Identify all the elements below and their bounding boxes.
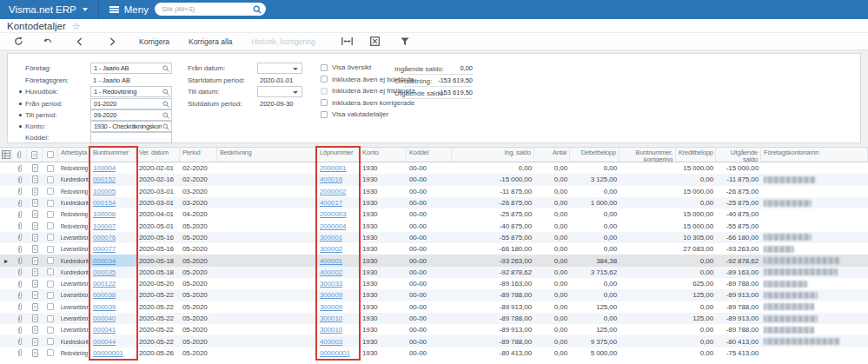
korrigera-button[interactable]: Korrigera — [139, 37, 169, 46]
table-row[interactable]: Kundreskontra0001522020-02-1602-20204000… — [0, 174, 868, 185]
select-all-checkbox[interactable] — [47, 151, 54, 158]
koddel-input[interactable] — [91, 134, 171, 142]
cell-note[interactable] — [27, 347, 43, 359]
export-excel-icon[interactable] — [369, 36, 381, 48]
row-checkbox[interactable] — [47, 281, 54, 288]
row-checkbox[interactable] — [47, 327, 54, 334]
cell-note[interactable] — [27, 186, 43, 197]
lopnummer-link[interactable]: 300009 — [320, 291, 342, 299]
row-checkbox[interactable] — [47, 268, 54, 275]
search-input[interactable] — [162, 5, 253, 13]
row-checkbox[interactable] — [47, 234, 54, 241]
fran-period-input[interactable] — [91, 100, 162, 108]
lookup-icon[interactable] — [162, 123, 169, 130]
table-row[interactable]: Leverantörsr...0001222020-05-2005-202030… — [0, 278, 868, 289]
korrigera-alla-button[interactable]: Korrigera alla — [189, 37, 233, 46]
lopnummer-link[interactable]: 300010 — [320, 326, 342, 334]
col-header-konto[interactable]: Konto — [360, 148, 407, 162]
paperclip-icon[interactable] — [12, 162, 27, 174]
buntnummer-link[interactable]: 00000001 — [93, 349, 123, 357]
buntnummer-link[interactable]: 000044 — [93, 338, 116, 346]
table-row[interactable]: Redovisning1000052020-03-0103-2020200000… — [0, 186, 868, 197]
lopnummer-link[interactable]: 2000003 — [320, 210, 346, 218]
lopnummer-link[interactable]: 300001 — [320, 234, 342, 242]
lopnummer-link[interactable]: 300033 — [320, 280, 342, 288]
row-checkbox[interactable] — [47, 211, 54, 218]
refresh-button[interactable] — [12, 36, 24, 48]
lookup-icon[interactable] — [162, 112, 169, 119]
col-header-koddel[interactable]: Koddel — [407, 148, 452, 162]
lopnummer-link[interactable]: 300009 — [320, 303, 342, 311]
buntnummer-link[interactable]: 000041 — [93, 326, 116, 334]
row-checkbox[interactable] — [47, 292, 54, 299]
buntnummer-link[interactable]: 100006 — [93, 210, 116, 218]
foretag-input[interactable] — [91, 64, 162, 72]
lopnummer-link[interactable]: 2000002 — [320, 188, 346, 195]
fit-width-icon[interactable] — [341, 36, 354, 48]
cell-note[interactable] — [27, 313, 43, 324]
lopnummer-link[interactable]: 300010 — [320, 314, 342, 322]
cell-note[interactable] — [27, 197, 43, 208]
table-row[interactable]: Leverantörsr...0000762020-05-1605-202030… — [0, 232, 868, 243]
table-row[interactable]: Redovisning1000072020-05-0105-2020200000… — [0, 220, 868, 231]
buntnummer-link[interactable]: 000038 — [93, 291, 116, 299]
cell-note[interactable] — [27, 289, 43, 301]
col-header-period[interactable]: Period — [180, 148, 217, 162]
table-row[interactable]: Redovisning000000012020-05-2605-20200000… — [0, 347, 868, 359]
paperclip-icon[interactable] — [12, 232, 27, 243]
buntnummer-link[interactable]: 000154 — [93, 199, 116, 207]
konto-input[interactable] — [91, 122, 162, 130]
buntnummer-link[interactable]: 100007 — [93, 222, 116, 230]
option-checkbox-row[interactable]: Inkludera även korrigerade — [321, 99, 414, 107]
menu-button[interactable]: Meny — [109, 4, 149, 15]
col-header-utg_saldo[interactable]: Utgående saldo — [716, 148, 761, 162]
option-checkbox-row[interactable]: Visa valutadetaljer — [321, 110, 388, 118]
table-row[interactable]: Leverantörsr...0000402020-05-2205-202030… — [0, 313, 868, 324]
lopnummer-link[interactable]: 2000001 — [320, 164, 346, 172]
grid-settings-icon[interactable] — [0, 148, 12, 162]
lopnummer-link[interactable]: 300002 — [320, 245, 342, 253]
col-header-debetbelopp[interactable]: Debetbelopp — [570, 148, 620, 162]
lopnummer-link[interactable]: 400002 — [320, 268, 342, 276]
previous-record-button[interactable] — [73, 36, 85, 48]
fran-datum-select[interactable] — [257, 63, 302, 74]
table-row[interactable]: ▸Kundreskontra0000342020-05-1805-2020400… — [0, 255, 868, 266]
buntnummer-link[interactable]: 000122 — [93, 280, 116, 288]
buntnummer-link[interactable]: 000034 — [93, 257, 116, 265]
cell-note[interactable] — [27, 278, 43, 289]
paperclip-icon[interactable] — [12, 301, 27, 313]
buntnummer-link[interactable]: 000152 — [93, 175, 116, 183]
paperclip-icon[interactable] — [12, 186, 27, 197]
col-header-check[interactable] — [43, 148, 58, 162]
lopnummer-link[interactable]: 400017 — [320, 199, 342, 207]
col-header-beskrivning[interactable]: Beskrivning — [217, 148, 317, 162]
paperclip-icon[interactable] — [12, 289, 27, 301]
row-checkbox[interactable] — [47, 257, 54, 264]
row-checkbox[interactable] — [47, 188, 54, 195]
cell-note[interactable] — [27, 162, 43, 174]
paperclip-icon[interactable] — [12, 267, 27, 278]
lopnummer-link[interactable]: 00000001 — [320, 349, 350, 357]
paperclip-icon[interactable] — [12, 255, 27, 266]
table-row[interactable]: Leverantörsr...0000412020-05-2205-202030… — [0, 324, 868, 335]
buntnummer-link[interactable]: 000077 — [93, 245, 116, 253]
cell-note[interactable] — [27, 267, 43, 278]
cell-note[interactable] — [27, 243, 43, 255]
table-row[interactable]: Kundreskontra0000352020-05-1805-20204000… — [0, 267, 868, 278]
undo-button[interactable] — [42, 36, 54, 48]
lopnummer-link[interactable]: 2000004 — [320, 222, 346, 230]
row-checkbox[interactable] — [47, 338, 54, 345]
buntnummer-link[interactable]: 000039 — [93, 303, 116, 311]
cell-note[interactable] — [27, 232, 43, 243]
col-header-kreditbelopp[interactable]: Kreditbelopp — [676, 148, 716, 162]
col-header-lopnummer[interactable]: Löpnummer — [317, 148, 360, 162]
col-header-buntnummer[interactable]: Buntnummer — [90, 148, 136, 162]
cell-note[interactable] — [27, 255, 43, 266]
filter-icon[interactable] — [399, 36, 411, 48]
till-datum-select[interactable] — [257, 86, 302, 97]
cell-note[interactable] — [27, 324, 43, 335]
row-checkbox[interactable] — [47, 246, 54, 253]
cell-note[interactable] — [27, 174, 43, 185]
checkbox-box[interactable] — [321, 64, 328, 71]
table-row[interactable]: Redovisning1000042020-02-0102-2020200000… — [0, 162, 868, 174]
